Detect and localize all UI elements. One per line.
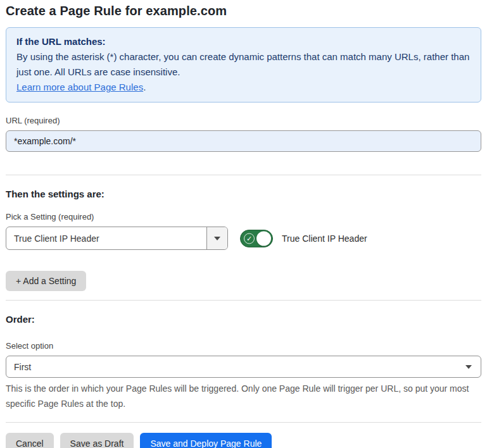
save-as-draft-button[interactable]: Save as Draft <box>60 433 134 448</box>
link-period: . <box>143 82 146 92</box>
setting-select-arrow-button[interactable] <box>206 227 227 249</box>
settings-section-heading: Then the settings are: <box>6 189 481 199</box>
divider <box>6 422 481 423</box>
chevron-down-icon <box>214 237 220 240</box>
cancel-button[interactable]: Cancel <box>6 433 54 448</box>
order-select[interactable]: First <box>6 356 481 378</box>
toggle-knob <box>256 231 271 246</box>
info-box-link-line: Learn more about Page Rules. <box>16 80 471 95</box>
check-icon: ✓ <box>244 233 255 244</box>
divider <box>6 300 481 301</box>
page-rule-form: Create a Page Rule for example.com If th… <box>0 0 487 448</box>
true-client-ip-toggle[interactable]: ✓ <box>240 230 273 247</box>
setting-row: True Client IP Header ✓ True Client IP H… <box>6 227 481 250</box>
url-input[interactable] <box>6 130 481 152</box>
setting-toggle-group: ✓ True Client IP Header <box>240 230 367 247</box>
setting-select-value: True Client IP Header <box>6 227 206 249</box>
info-box-heading: If the URL matches: <box>16 34 471 49</box>
setting-select[interactable]: True Client IP Header <box>6 227 228 250</box>
url-field-label: URL (required) <box>6 116 481 125</box>
footer-actions: Cancel Save as Draft Save and Deploy Pag… <box>6 433 481 448</box>
page-title: Create a Page Rule for example.com <box>6 4 481 18</box>
order-select-value: First <box>14 362 465 372</box>
pick-setting-label: Pick a Setting (required) <box>6 212 481 221</box>
add-setting-button[interactable]: + Add a Setting <box>6 271 86 291</box>
toggle-label: True Client IP Header <box>282 233 367 244</box>
order-section-heading: Order: <box>6 314 481 325</box>
url-match-info-box: If the URL matches: By using the asteris… <box>6 27 481 103</box>
divider <box>6 175 481 175</box>
chevron-down-icon <box>465 365 472 369</box>
order-select-label: Select option <box>6 341 481 351</box>
learn-more-link[interactable]: Learn more about Page Rules <box>16 82 143 92</box>
order-help-text: This is the order in which your Page Rul… <box>6 381 481 411</box>
info-box-body: By using the asterisk (*) character, you… <box>16 49 471 80</box>
save-and-deploy-button[interactable]: Save and Deploy Page Rule <box>140 433 272 448</box>
